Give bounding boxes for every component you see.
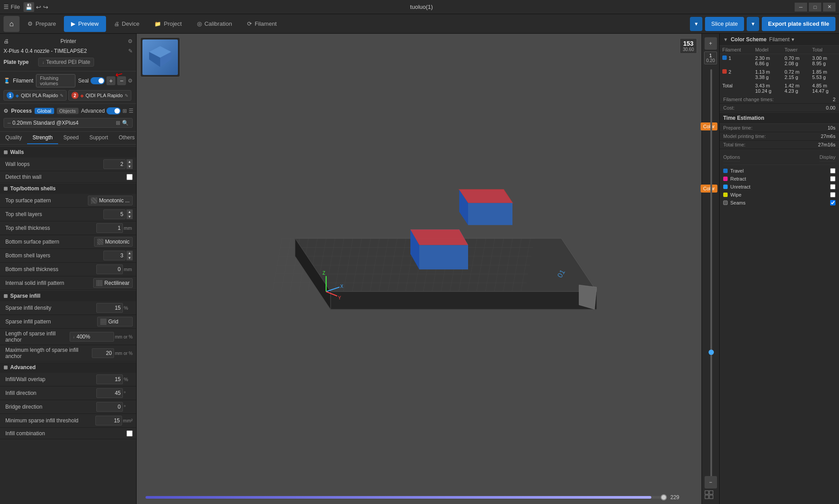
bottom-shell-layers-label: Bottom shell layers: [5, 252, 103, 259]
sparse-infill-group-header[interactable]: ⊞ Sparse infill: [0, 290, 136, 301]
unretract-checkbox[interactable]: [830, 184, 835, 189]
internal-solid-infill-dropdown[interactable]: Rectilinear: [93, 278, 133, 288]
color-button-2[interactable]: Color: [701, 185, 717, 193]
plate-type-label: Plate type: [4, 59, 35, 65]
printer-edit-icon[interactable]: ✎: [128, 48, 133, 54]
tab-calibration[interactable]: ◎ Calibration: [190, 16, 239, 32]
top-surface-pattern-dropdown[interactable]: Monotonic ...: [88, 196, 133, 205]
top-shell-layers-input[interactable]: [103, 209, 126, 219]
flushing-volumes-button[interactable]: Flushing volumes: [36, 74, 75, 87]
topbottom-group-header[interactable]: ⊞ Top/bottom shells: [0, 183, 136, 194]
home-button[interactable]: ⌂: [4, 16, 20, 32]
bottom-shell-thickness-input[interactable]: [96, 264, 123, 274]
slice-plate-button[interactable]: Slice plate: [705, 17, 744, 31]
infill-combination-checkbox[interactable]: [126, 430, 133, 437]
bridge-direction-input[interactable]: [96, 402, 123, 412]
min-sparse-threshold-unit: mm²: [123, 418, 133, 423]
top-shell-layers-down[interactable]: ▼: [126, 214, 133, 219]
tab-speed[interactable]: Speed: [58, 132, 84, 144]
maximize-button[interactable]: □: [809, 3, 821, 12]
minimize-button[interactable]: ─: [795, 3, 807, 12]
wall-loops-down[interactable]: ▼: [126, 164, 133, 169]
tab-preview[interactable]: ▶ Preview: [64, 16, 106, 32]
printer-gear-icon[interactable]: ⚙: [128, 38, 133, 44]
export-arrow[interactable]: ▾: [747, 17, 759, 31]
layer-up-button[interactable]: +: [705, 37, 717, 50]
filament-edit-icon-2[interactable]: ✎: [125, 93, 128, 98]
vert-slider-thumb[interactable]: [709, 350, 714, 355]
close-button[interactable]: ✕: [823, 3, 835, 12]
plate-type-dropdown[interactable]: ↓ Textured PEI Plate: [38, 58, 94, 67]
tab-filament[interactable]: ⟳ Filament: [240, 16, 284, 32]
wall-loops-input[interactable]: 2: [103, 159, 126, 169]
export-button[interactable]: Export plate sliced file: [762, 17, 835, 31]
window-title: tuoluo(1): [52, 4, 791, 10]
process-icons-btn[interactable]: ⊞: [122, 108, 127, 114]
redo-button[interactable]: ↪: [43, 4, 48, 11]
process-objects-tab[interactable]: Objects: [57, 108, 79, 114]
top-shell-thickness-input[interactable]: [96, 223, 123, 233]
tab-project[interactable]: 📁 Project: [147, 16, 189, 32]
file-menu[interactable]: ☰ File: [4, 4, 20, 10]
detect-thin-checkbox[interactable]: [126, 174, 133, 180]
sparse-pattern-dropdown[interactable]: Grid: [97, 317, 133, 327]
process-list-icon[interactable]: ☰: [129, 108, 134, 114]
walls-group-label: Walls: [10, 149, 24, 155]
slice-plate-arrow[interactable]: ▾: [690, 17, 702, 31]
process-preset-row[interactable]: ─ 0.20mm Standard @XPlus4 ⊞ 🔍: [4, 118, 133, 128]
filament-add-button[interactable]: +: [106, 76, 115, 85]
tab-strength[interactable]: Strength: [27, 132, 58, 144]
filament-edit-icon-1[interactable]: ✎: [60, 93, 63, 98]
undo-button[interactable]: ↩: [36, 4, 41, 11]
cost-value: 0.00: [826, 105, 835, 110]
fil-cell-2-total: 1.85 m 5.53 g: [810, 68, 839, 82]
process-advanced-toggle[interactable]: [106, 107, 121, 114]
infill-wall-input[interactable]: [96, 374, 123, 384]
printer-name-text: X-Plus 4 0.4 nozzle - TIMELAPSE2: [4, 48, 87, 54]
wall-loops-up[interactable]: ▲: [126, 159, 133, 164]
seam-checkbox[interactable]: [830, 200, 835, 205]
bottom-shell-layers-input[interactable]: [103, 251, 126, 260]
process-global-tab[interactable]: Global: [35, 108, 54, 114]
tab-prepare[interactable]: ⚙ Prepare: [20, 16, 63, 32]
color-scheme-toggle[interactable]: ▼: [723, 37, 728, 42]
filament-dropdown[interactable]: Filament ▾: [769, 36, 794, 43]
plate-type-prefix: ↓: [42, 60, 44, 65]
bottom-shell-layers-down[interactable]: ▼: [126, 256, 133, 260]
bottom-surface-pattern-dropdown[interactable]: Monotonic: [94, 237, 133, 247]
walls-group-header[interactable]: ⊞ Walls: [0, 146, 136, 158]
tab-support[interactable]: Support: [84, 132, 113, 144]
slider-thumb[interactable]: [661, 494, 667, 500]
preset-copy-icon[interactable]: ⊞: [116, 120, 120, 126]
filament-remove-button[interactable]: −: [117, 76, 126, 85]
advanced-group-header[interactable]: ⊞ Advanced: [0, 362, 136, 373]
retract-checkbox[interactable]: [830, 176, 835, 181]
tab-device[interactable]: 🖨 Device: [107, 16, 147, 32]
filament-item-1[interactable]: 1 ◆ QIDI PLA Rapido ✎: [4, 90, 67, 101]
layer-slider-track[interactable]: [146, 496, 667, 499]
min-sparse-threshold-input[interactable]: [95, 416, 122, 425]
layer-down-button[interactable]: −: [705, 476, 717, 488]
wipe-checkbox[interactable]: [830, 192, 835, 197]
filament-item-2[interactable]: 2 ◆ QIDI PLA Rapido ✎: [68, 90, 131, 101]
max-length-input[interactable]: [92, 348, 114, 358]
bottom-surface-pattern-row: Bottom surface pattern Monotonic: [0, 235, 136, 249]
filament-gear-icon[interactable]: ⚙: [128, 78, 133, 84]
bottom-shell-layers-up[interactable]: ▲: [126, 251, 133, 256]
file-label[interactable]: File: [11, 4, 20, 10]
model-thumbnail[interactable]: [142, 39, 178, 75]
color-button-1[interactable]: Color: [701, 122, 717, 130]
svg-marker-5: [331, 291, 597, 309]
sparse-density-input[interactable]: [96, 303, 123, 313]
tab-quality[interactable]: Quality: [0, 132, 27, 144]
seal-toggle[interactable]: [91, 77, 105, 84]
infill-direction-row: Infill direction °: [0, 386, 136, 400]
save-button[interactable]: 💾: [24, 2, 34, 12]
top-shell-layers-up[interactable]: ▲: [126, 209, 133, 214]
layer-panel-bottom: −: [705, 476, 717, 500]
infill-direction-input[interactable]: [96, 388, 123, 398]
preset-search-icon[interactable]: 🔍: [122, 120, 129, 126]
travel-checkbox[interactable]: [830, 168, 835, 173]
length-anchor-dropdown[interactable]: ↓ 400%: [70, 332, 114, 342]
tab-others[interactable]: Others: [113, 132, 137, 144]
